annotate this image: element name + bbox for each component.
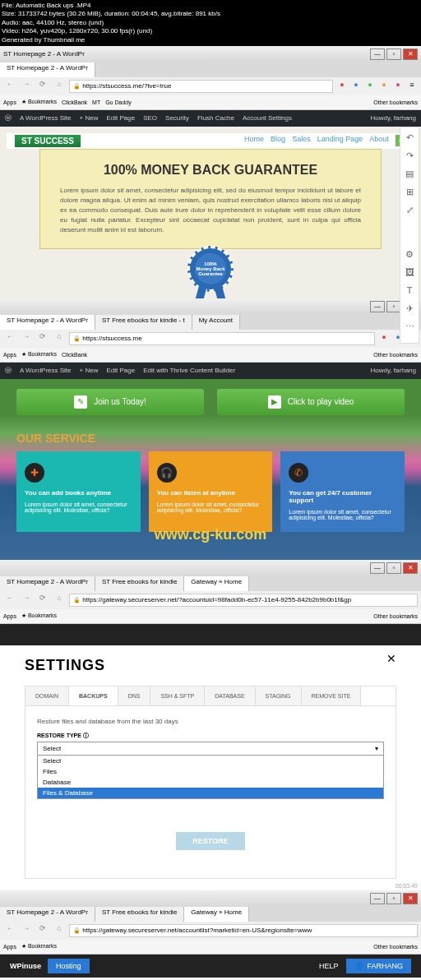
- ext-icon[interactable]: ●: [364, 81, 376, 92]
- home-button[interactable]: ⌂: [53, 332, 66, 345]
- forward-button[interactable]: →: [20, 80, 33, 93]
- nav-link[interactable]: Blog: [271, 135, 285, 146]
- section-icon[interactable]: ▤: [400, 169, 419, 185]
- wp-item[interactable]: + New: [80, 367, 99, 374]
- wp-user[interactable]: Howdy, farhang: [371, 114, 416, 122]
- redo-icon[interactable]: ↷: [400, 150, 419, 167]
- site-logo[interactable]: ST SUCCESS: [15, 135, 81, 147]
- tab-ssh[interactable]: SSH & SFTP: [150, 686, 205, 705]
- more-icon[interactable]: ⋯: [400, 321, 419, 338]
- tab-dns[interactable]: DNS: [118, 686, 151, 705]
- bookmark[interactable]: Other bookmarks: [373, 99, 418, 105]
- tab[interactable]: ST Homepage 2 - A WordPr: [0, 315, 95, 330]
- bookmark[interactable]: ★ Bookmarks: [21, 612, 57, 619]
- help-link[interactable]: HELP: [319, 962, 339, 970]
- settings-icon[interactable]: ⚙: [400, 249, 419, 266]
- menu-icon[interactable]: ≡: [406, 81, 418, 92]
- url-input[interactable]: 🔒 https://stsuccess.me: [69, 332, 375, 345]
- url-input[interactable]: 🔒 https://stsuccess.me/?tve=true: [69, 80, 333, 93]
- bookmark[interactable]: Other bookmarks: [373, 944, 418, 950]
- home-button[interactable]: ⌂: [53, 80, 66, 93]
- tab-database[interactable]: DATABASE: [205, 686, 255, 705]
- send-icon[interactable]: ✈: [400, 303, 419, 320]
- user-menu[interactable]: 👤FARHANG: [346, 959, 411, 973]
- restore-type-select[interactable]: Select▾: [37, 742, 384, 756]
- minimize-button[interactable]: —: [370, 562, 385, 574]
- bookmark[interactable]: ★ Bookmarks: [21, 99, 57, 105]
- wp-item[interactable]: A WordPress Site: [20, 114, 72, 122]
- option[interactable]: Database: [38, 777, 383, 788]
- maximize-button[interactable]: ▫: [386, 49, 401, 60]
- back-button[interactable]: ←: [3, 924, 16, 937]
- tab[interactable]: ST Homepage 2 - A WordPr: [0, 576, 95, 591]
- bookmark[interactable]: Apps: [3, 613, 16, 619]
- tab-backups[interactable]: BACKUPS: [69, 686, 118, 705]
- wp-logo-icon[interactable]: ⓦ: [5, 113, 12, 122]
- expand-icon[interactable]: ⤢: [400, 205, 419, 221]
- join-button[interactable]: ✎ Join us Today!: [16, 389, 204, 415]
- tab[interactable]: ST Free ebooks for kindle: [95, 907, 184, 922]
- bookmark[interactable]: Go Daddy: [105, 99, 132, 105]
- undo-icon[interactable]: ↶: [400, 132, 419, 149]
- back-button[interactable]: ←: [3, 594, 16, 607]
- tab[interactable]: My Account: [192, 315, 240, 330]
- tab[interactable]: ST Homepage 2 - A WordPr: [0, 907, 95, 922]
- maximize-button[interactable]: ▫: [386, 562, 401, 574]
- tab-domain[interactable]: DOMAIN: [25, 686, 69, 705]
- option[interactable]: Select: [38, 756, 383, 766]
- wp-item[interactable]: A WordPress Site: [20, 367, 72, 374]
- back-button[interactable]: ←: [3, 332, 16, 345]
- option[interactable]: Files: [38, 766, 383, 777]
- bookmark[interactable]: ClickBank: [62, 99, 87, 105]
- ext-icon[interactable]: ●: [378, 81, 390, 92]
- ext-icon[interactable]: ●: [392, 81, 404, 92]
- nav-link[interactable]: Landing Page: [317, 135, 363, 146]
- text-icon[interactable]: T: [400, 285, 419, 302]
- home-button[interactable]: ⌂: [53, 594, 66, 607]
- tab-staging[interactable]: STAGING: [256, 686, 302, 705]
- hosting-nav[interactable]: Hosting: [48, 959, 90, 973]
- bookmark[interactable]: ★ Bookmarks: [21, 351, 57, 358]
- bookmark[interactable]: MT: [92, 99, 100, 105]
- minimize-button[interactable]: —: [370, 301, 385, 312]
- wp-item[interactable]: SEO: [143, 114, 157, 122]
- forward-button[interactable]: →: [20, 332, 33, 345]
- ext-icon[interactable]: ●: [378, 333, 390, 344]
- bookmark[interactable]: ★ Bookmarks: [21, 943, 57, 950]
- forward-button[interactable]: →: [20, 594, 33, 607]
- bookmark[interactable]: Apps: [3, 352, 16, 358]
- tab[interactable]: ST Free ebooks for kindle: [95, 576, 184, 591]
- close-button[interactable]: ✕: [403, 49, 418, 60]
- wp-item[interactable]: Security: [165, 114, 189, 122]
- bookmark[interactable]: Apps: [3, 99, 16, 105]
- nav-link[interactable]: About: [369, 135, 389, 146]
- reload-button[interactable]: ⟳: [36, 924, 49, 937]
- nav-link[interactable]: Sales: [292, 135, 311, 146]
- tab-remove[interactable]: REMOVE SITE: [302, 686, 362, 705]
- tab[interactable]: Gateway » Home: [184, 907, 249, 922]
- bookmark[interactable]: ClickBank: [62, 352, 87, 358]
- close-button[interactable]: ✕: [403, 893, 418, 904]
- wp-item[interactable]: Edit Page: [106, 114, 135, 122]
- wp-item[interactable]: Edit Page: [106, 367, 135, 374]
- wp-item[interactable]: Account Settings: [243, 114, 292, 122]
- add-icon[interactable]: ⊞: [400, 187, 419, 203]
- ext-icon[interactable]: ●: [350, 81, 362, 92]
- tab[interactable]: ST Homepage 2 - A WordPr: [0, 62, 95, 77]
- home-button[interactable]: ⌂: [53, 924, 66, 937]
- wp-logo-icon[interactable]: ⓦ: [5, 366, 12, 375]
- brand-logo[interactable]: WPinuse: [10, 962, 41, 970]
- tab[interactable]: Gateway » Home: [184, 576, 249, 591]
- reload-button[interactable]: ⟳: [36, 332, 49, 345]
- tab[interactable]: ST Free ebooks for kindle - t: [95, 315, 192, 330]
- bookmark[interactable]: Other bookmarks: [373, 613, 418, 619]
- nav-link[interactable]: Home: [244, 135, 264, 146]
- close-icon[interactable]: ✕: [386, 652, 396, 665]
- reload-button[interactable]: ⟳: [36, 594, 49, 607]
- bookmark[interactable]: Other bookmarks: [373, 352, 418, 358]
- option-highlighted[interactable]: Files & Database: [38, 788, 383, 798]
- bookmark[interactable]: Apps: [3, 944, 16, 950]
- wp-item[interactable]: + New: [80, 114, 99, 122]
- url-input[interactable]: 🔒 https://gateway.secureserver.net/?acco…: [69, 594, 418, 607]
- forward-button[interactable]: →: [20, 924, 33, 937]
